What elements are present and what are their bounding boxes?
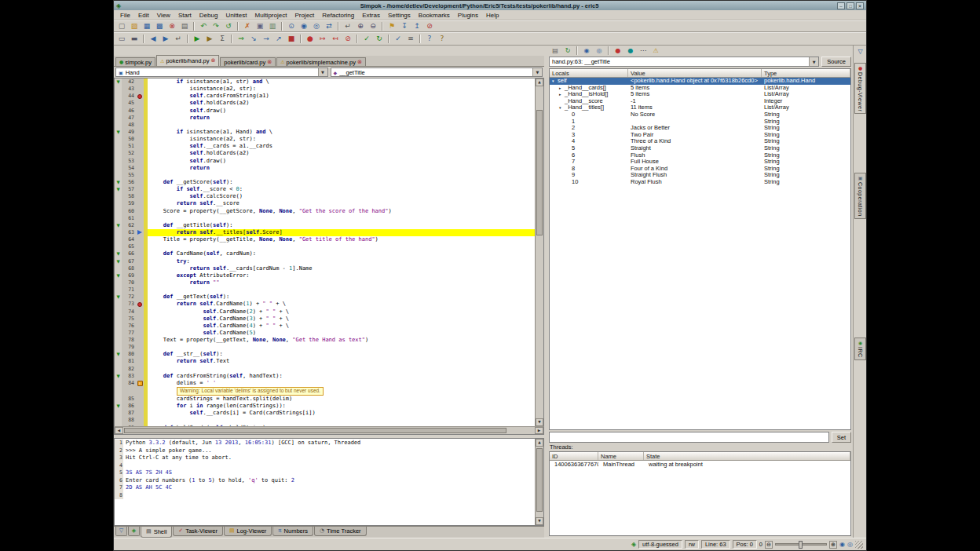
shell-vertical-scrollbar[interactable]: ▲ ▼	[535, 439, 543, 525]
marker-margin[interactable]	[136, 78, 144, 86]
tab-log-viewer[interactable]: ▤Log-Viewer	[224, 527, 272, 536]
marker-margin[interactable]	[136, 301, 144, 308]
continue-icon[interactable]: ⇒	[235, 34, 247, 44]
marker-margin[interactable]	[136, 344, 144, 351]
debug-script-icon[interactable]: ▶	[203, 34, 216, 44]
close-tab-icon[interactable]: ⊗	[267, 60, 272, 65]
locals-header-locals[interactable]: Locals	[550, 69, 628, 77]
fold-arrow-icon[interactable]: ▼	[115, 78, 122, 86]
editor-horizontal-scrollbar[interactable]: ◀ ▶	[114, 426, 544, 435]
marker-margin[interactable]	[136, 366, 144, 373]
scroll-left-icon[interactable]: ◀	[115, 427, 123, 434]
locals-row[interactable]: 10Royal FlushString	[550, 179, 850, 186]
marker-margin[interactable]	[136, 351, 144, 358]
locals-row[interactable]: ▸_Hand__isHold[]5 itemsList/Array	[550, 91, 850, 98]
whatsthis-icon[interactable]: ?	[436, 34, 448, 44]
clear-breakpoints-icon[interactable]: ⊘	[342, 34, 354, 44]
threads-header-state[interactable]: State	[644, 452, 850, 460]
run-script-icon[interactable]: ▶	[191, 34, 203, 44]
replace-icon[interactable]: ⇄	[323, 21, 335, 31]
fold-arrow-icon[interactable]: ▼	[115, 129, 122, 136]
expand-arrow-icon[interactable]: ▸	[559, 85, 565, 92]
unittest-restart-icon[interactable]: ↻	[373, 34, 386, 44]
fold-arrow-icon[interactable]: ▼	[115, 294, 122, 301]
step-out-icon[interactable]: ↗	[272, 34, 285, 44]
zoom-slider-thumb[interactable]	[799, 541, 803, 549]
marker-margin[interactable]	[136, 337, 144, 344]
marker-margin[interactable]	[136, 158, 144, 165]
marker-margin[interactable]	[136, 222, 144, 229]
fold-arrow-icon[interactable]: ▼	[115, 250, 122, 257]
source-button[interactable]: Source	[821, 57, 851, 67]
marker-margin[interactable]	[136, 323, 144, 330]
prev-file-icon[interactable]: ◀	[147, 34, 159, 44]
more-icon[interactable]: ⋯	[637, 46, 649, 56]
marker-margin[interactable]	[136, 193, 144, 200]
scroll-thumb[interactable]	[536, 110, 543, 236]
profile-script-icon[interactable]: Σ	[216, 34, 229, 44]
goto-line-icon[interactable]: ↵	[172, 34, 185, 44]
menu-settings[interactable]: Settings	[384, 12, 415, 19]
locals-row[interactable]: 3Two PairString	[550, 132, 850, 139]
maximize-button[interactable]: □	[847, 2, 854, 9]
close-window-icon[interactable]: ▬	[128, 34, 141, 44]
locals-row[interactable]: 7Full HouseString	[550, 159, 850, 166]
marker-margin[interactable]	[136, 403, 144, 410]
locals-row[interactable]: ▾_Hand__titles[]11 itemsList/Array	[550, 104, 850, 111]
scroll-up-icon[interactable]: ▲	[536, 78, 543, 86]
fold-arrow-icon[interactable]: ▼	[115, 186, 122, 193]
marker-margin[interactable]	[136, 294, 144, 301]
next-file-icon[interactable]: ▶	[159, 34, 172, 44]
print-icon[interactable]: ▤	[178, 21, 191, 31]
help-icon[interactable]: ?	[423, 34, 436, 44]
marker-margin[interactable]	[136, 417, 144, 424]
marker-margin[interactable]	[136, 265, 144, 272]
marker-margin[interactable]: !	[136, 380, 144, 387]
scroll-down-icon[interactable]: ▼	[536, 517, 543, 525]
threads-header-name[interactable]: Name	[598, 452, 644, 460]
side-tab-irc[interactable]: ◉IRC	[854, 338, 866, 360]
step-over-icon[interactable]: →	[260, 34, 272, 44]
titlebar[interactable]: ◈ Simpok - /home/detlev/Development/Pyth…	[114, 1, 866, 10]
chevron-down-icon[interactable]: ▼	[532, 68, 542, 76]
step-icon[interactable]: ↘	[247, 34, 260, 44]
fold-arrow-icon[interactable]: ▼	[115, 258, 122, 265]
globals-filter-icon[interactable]: ◉	[580, 46, 593, 56]
marker-margin[interactable]	[136, 396, 144, 403]
fold-arrow-icon[interactable]: ▼	[115, 351, 122, 358]
marker-margin[interactable]	[136, 150, 144, 157]
marker-margin[interactable]	[136, 129, 144, 136]
menu-project[interactable]: Project	[291, 12, 318, 19]
copy-icon[interactable]: ▣	[254, 21, 266, 31]
refresh-icon[interactable]: ↻	[561, 46, 574, 56]
exceptions-icon[interactable]: ⚠	[649, 46, 662, 56]
menu-plugins[interactable]: Plugins	[454, 12, 482, 19]
search-icon[interactable]: ⊙	[285, 21, 298, 31]
locals-header-value[interactable]: Value	[628, 69, 762, 77]
minimize-button[interactable]: –	[837, 2, 845, 9]
scroll-thumb[interactable]	[536, 448, 543, 512]
file-tab[interactable]: ⚠pokerlib/hand.py⊗	[156, 55, 219, 66]
menu-bookmarks[interactable]: Bookmarks	[415, 12, 454, 19]
expand-arrow-icon[interactable]: ▾	[559, 104, 565, 111]
side-tab-debug-viewer[interactable]: ●Debug-Viewer	[854, 63, 866, 114]
menu-view[interactable]: View	[153, 12, 174, 19]
tab-shell[interactable]: ▤Shell	[141, 527, 172, 538]
side-tab-cooperation[interactable]: ▣Cooperation	[854, 173, 866, 219]
close-tab-icon[interactable]: ⊗	[357, 60, 362, 65]
stop-icon[interactable]: ■	[285, 34, 298, 44]
search-prev-icon[interactable]: ◎	[310, 21, 323, 31]
locals-row[interactable]: 8Four of a KindString	[550, 166, 850, 173]
method-combo[interactable]: ◆ __getTitle ▼	[331, 68, 543, 77]
menu-extras[interactable]: Extras	[358, 12, 384, 19]
locals-row[interactable]: 5StraightString	[550, 145, 850, 152]
marker-margin[interactable]	[136, 250, 144, 257]
marker-margin[interactable]	[136, 200, 144, 207]
breakpoint-marker[interactable]	[137, 302, 142, 307]
marker-margin[interactable]	[136, 165, 144, 172]
tab-task-viewer[interactable]: ✓Task-Viewer	[173, 527, 223, 536]
filter-icon[interactable]: ▽	[855, 47, 865, 57]
marker-margin[interactable]	[136, 143, 144, 150]
menu-file[interactable]: File	[116, 12, 134, 19]
threads-header-id[interactable]: ID	[550, 452, 598, 460]
